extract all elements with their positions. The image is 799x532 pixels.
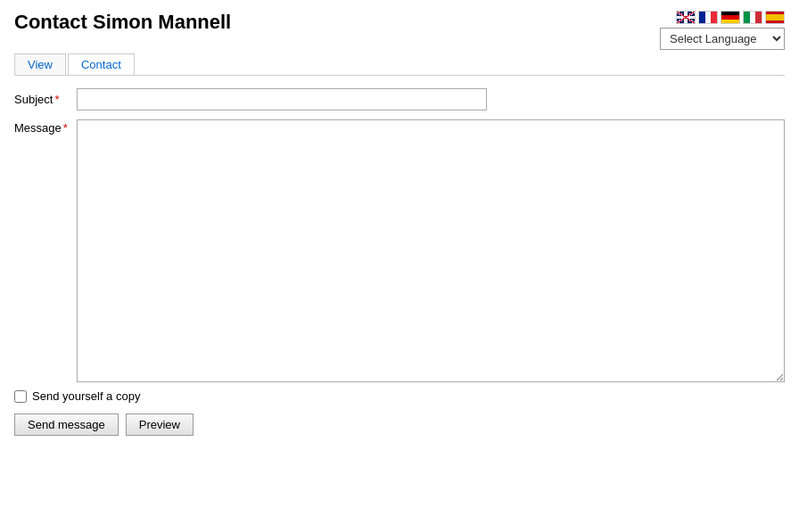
- page-title: Contact Simon Mannell: [14, 11, 231, 34]
- flag-de-icon[interactable]: [721, 11, 740, 24]
- message-textarea[interactable]: [77, 119, 785, 382]
- message-row: Message*: [14, 119, 785, 382]
- flag-es-icon[interactable]: [765, 11, 785, 24]
- message-required: *: [63, 121, 68, 135]
- flag-fr-icon[interactable]: [698, 11, 718, 24]
- flag-uk-icon[interactable]: [676, 11, 696, 24]
- button-row: Send message Preview: [14, 413, 785, 436]
- subject-label: Subject*: [14, 93, 77, 106]
- header-right: Select Language English French German It…: [660, 11, 785, 50]
- header-row: Contact Simon Mannell Select Language En…: [14, 11, 785, 50]
- send-message-button[interactable]: Send message: [14, 413, 119, 436]
- flag-it-icon[interactable]: [743, 11, 762, 24]
- subject-required: *: [54, 93, 59, 106]
- subject-input[interactable]: [77, 88, 487, 110]
- send-copy-label: Send yourself a copy: [32, 389, 140, 403]
- preview-button[interactable]: Preview: [126, 413, 194, 436]
- language-select[interactable]: Select Language English French German It…: [660, 28, 785, 50]
- subject-row: Subject*: [14, 88, 785, 110]
- send-copy-checkbox[interactable]: [14, 390, 27, 403]
- tab-contact[interactable]: Contact: [68, 53, 135, 75]
- page-container: Contact Simon Mannell Select Language En…: [0, 0, 799, 532]
- tab-view[interactable]: View: [14, 53, 66, 75]
- tabs-row: View Contact: [14, 53, 785, 76]
- flag-row: [676, 11, 785, 24]
- message-label: Message*: [14, 119, 77, 135]
- checkbox-row: Send yourself a copy: [14, 389, 785, 403]
